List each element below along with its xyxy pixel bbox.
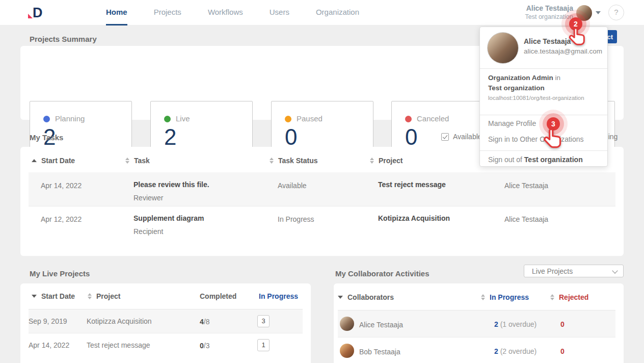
collab-col-collaborators[interactable]: Collaborators xyxy=(338,293,394,301)
dropdown-role-line: Organization Admin in xyxy=(488,74,560,82)
available-checkbox[interactable] xyxy=(441,133,449,141)
column-label: Project xyxy=(379,157,403,165)
projects-summary-title: Projects Summary xyxy=(30,35,97,43)
table-row[interactable]: Alice Testaaja 2 (1 overdue) 0 xyxy=(338,310,615,337)
status-label: Planning xyxy=(55,114,85,123)
table-row[interactable]: Apr 14, 2022 Test reject message 0/3 1 xyxy=(29,333,303,357)
sort-asc-icon xyxy=(32,159,37,162)
selected-option: Live Projects xyxy=(532,267,573,275)
nav-home[interactable]: Home xyxy=(106,0,127,25)
task-assignee: Alice Testaaja xyxy=(504,215,548,223)
sort-icon xyxy=(125,158,129,164)
table-row[interactable]: Apr 12, 2022 Supplement diagram Recipien… xyxy=(29,206,615,240)
column-label: Task Status xyxy=(278,157,318,165)
sort-desc-icon xyxy=(32,295,37,298)
top-navigation-bar: D Home Projects Workflows Users Organiza… xyxy=(0,0,644,25)
nav-users[interactable]: Users xyxy=(270,0,289,25)
task-start-date: Apr 12, 2022 xyxy=(41,215,82,223)
project-filter-select[interactable]: Live Projects xyxy=(524,265,624,277)
live-col-start-date[interactable]: Start Date xyxy=(32,292,75,300)
task-project: Kotipizza Acquisition xyxy=(378,214,450,222)
my-collaborator-activities-title: My Collaborator Activities xyxy=(335,269,429,278)
collaborator-name: Alice Testaaja xyxy=(359,321,403,329)
live-col-project[interactable]: Project xyxy=(88,292,120,300)
sort-icon xyxy=(481,294,485,300)
project-completed: 0/3 xyxy=(200,341,209,350)
status-label: Canceled xyxy=(417,114,449,123)
chevron-down-icon xyxy=(612,268,618,273)
nav-workflows[interactable]: Workflows xyxy=(208,0,243,25)
collaborator-avatar xyxy=(340,317,354,331)
project-name: Test reject message xyxy=(87,341,150,349)
user-menu-trigger[interactable]: Alice Testaaja Test organization xyxy=(525,4,573,20)
column-label: Collaborators xyxy=(347,293,394,301)
status-label: Paused xyxy=(297,114,323,123)
live-col-completed[interactable]: Completed xyxy=(200,292,236,300)
column-label: Project xyxy=(96,292,120,300)
chevron-down-icon[interactable] xyxy=(596,11,601,14)
help-button[interactable]: ? xyxy=(608,5,624,20)
tasks-col-project[interactable]: Project xyxy=(370,157,403,165)
column-label: Start Date xyxy=(41,292,75,300)
collab-in-progress: 2 (1 overdue) xyxy=(494,320,536,328)
collab-rejected: 0 xyxy=(560,320,565,328)
sort-icon xyxy=(370,158,374,164)
sort-desc-icon xyxy=(338,296,343,299)
nav-organization[interactable]: Organization xyxy=(316,0,359,25)
collab-col-in-progress[interactable]: In Progress xyxy=(481,293,529,301)
filter-label: Available xyxy=(453,133,482,141)
check-icon xyxy=(443,134,448,139)
nav-projects[interactable]: Projects xyxy=(154,0,181,25)
table-row[interactable]: Sep 9, 2019 Kotipizza Acquisition 4/8 3 xyxy=(29,309,303,333)
app-logo[interactable]: D xyxy=(28,4,50,21)
tasks-col-task[interactable]: Task xyxy=(125,157,150,165)
live-status-dot xyxy=(164,116,171,122)
sort-icon xyxy=(270,158,274,164)
dropdown-user-name: Alice Testaaja xyxy=(524,37,571,45)
logo-accent-triangle xyxy=(28,14,33,18)
menu-divider xyxy=(480,115,607,115)
dashboard-page: D Home Projects Workflows Users Organiza… xyxy=(0,0,644,363)
in-progress-count-button[interactable]: 1 xyxy=(257,339,270,351)
in-progress-count-button[interactable]: 3 xyxy=(257,315,270,327)
column-label: In Progress xyxy=(490,293,529,301)
collaborator-avatar xyxy=(340,344,354,358)
live-col-in-progress[interactable]: In Progress xyxy=(259,292,298,300)
filter-available: Available xyxy=(441,133,482,141)
my-collaborator-activities-card: Collaborators In Progress Rejected Alice… xyxy=(334,283,624,363)
collab-col-rejected[interactable]: Rejected xyxy=(550,293,588,301)
my-live-projects-card: Start Date Project Completed In Progress… xyxy=(20,283,311,363)
project-start-date: Apr 14, 2022 xyxy=(29,341,69,349)
tasks-col-status[interactable]: Task Status xyxy=(270,157,318,165)
project-completed: 4/8 xyxy=(200,317,209,326)
tasks-col-start-date[interactable]: Start Date xyxy=(32,157,75,165)
table-row[interactable]: Apr 14, 2022 Please review this file. Re… xyxy=(29,172,615,206)
column-label: Rejected xyxy=(559,293,588,301)
manage-profile-item[interactable]: Manage Profile xyxy=(488,119,536,127)
task-title: Please review this file. xyxy=(133,180,209,189)
task-start-date: Apr 14, 2022 xyxy=(41,182,82,190)
project-start-date: Sep 9, 2019 xyxy=(29,317,67,325)
hand-pointer-icon xyxy=(541,127,565,151)
task-project: Test reject message xyxy=(378,180,446,189)
sign-in-other-orgs-item[interactable]: Sign in to Other Organizations xyxy=(488,135,584,143)
sign-out-item[interactable]: Sign out of Test organization xyxy=(488,155,583,164)
column-label: Task xyxy=(134,157,150,165)
dropdown-avatar xyxy=(487,32,519,64)
table-row[interactable]: Bob Testaaja 2 (2 overdue) 0 xyxy=(338,338,615,363)
status-count: 0 xyxy=(405,126,417,148)
dropdown-org-url: localhost:10081/org/test-organization xyxy=(488,95,584,101)
main-nav: Home Projects Workflows Users Organizati… xyxy=(106,0,359,25)
collab-in-progress: 2 (2 overdue) xyxy=(494,347,536,355)
collab-rejected: 0 xyxy=(560,347,565,355)
task-assignee: Alice Testaaja xyxy=(504,182,548,190)
header-user-name: Alice Testaaja xyxy=(525,4,573,12)
column-label: In Progress xyxy=(259,292,298,300)
canceled-status-dot xyxy=(405,116,412,122)
sort-icon xyxy=(550,294,554,300)
logo-letter: D xyxy=(33,4,43,21)
dropdown-org-name: Test organization xyxy=(488,84,545,92)
task-role: Recipient xyxy=(133,227,163,236)
task-role: Reviewer xyxy=(133,194,163,202)
my-live-projects-title: My Live Projects xyxy=(30,269,90,278)
